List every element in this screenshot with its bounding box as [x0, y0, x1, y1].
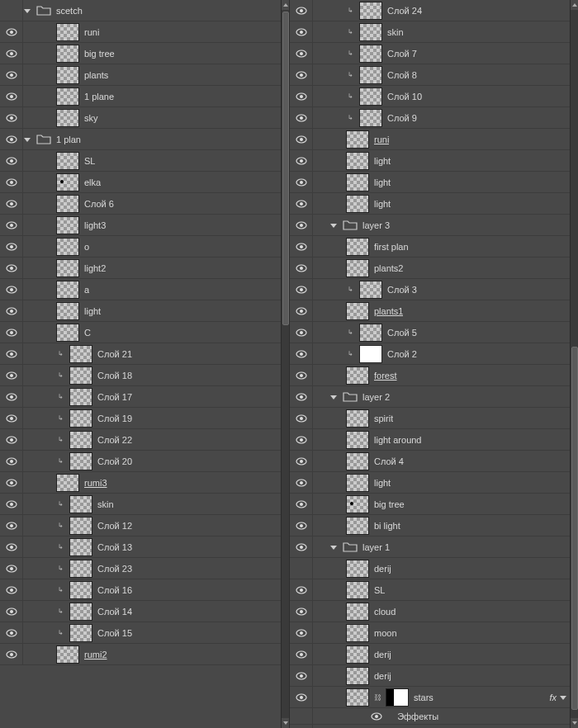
layer-row[interactable]: ↳Слой 24 — [290, 0, 570, 21]
layer-name[interactable]: forest — [374, 371, 397, 381]
layer-thumbnail[interactable] — [56, 66, 79, 84]
layer-content[interactable]: SL — [313, 579, 570, 600]
layer-row[interactable]: ↳Слой 2 — [290, 343, 570, 365]
layer-name[interactable]: Слой 18 — [97, 371, 132, 381]
layer-thumbnail[interactable] — [359, 87, 382, 106]
layer-row[interactable]: derij — [290, 665, 570, 687]
layer-thumbnail[interactable] — [346, 130, 369, 149]
layers-list-left[interactable]: scetchrunibig treeplants1 planesky1 plan… — [0, 0, 289, 728]
scrollbar-left[interactable] — [281, 0, 289, 728]
layer-row[interactable]: a — [0, 279, 281, 300]
layer-content[interactable]: big tree — [313, 494, 570, 514]
layer-name[interactable]: light2 — [84, 263, 106, 273]
layer-row[interactable]: light — [290, 172, 570, 193]
layer-thumbnail[interactable] — [56, 87, 79, 106]
layer-content[interactable]: plants2 — [313, 258, 570, 278]
layer-row[interactable]: SL — [290, 579, 570, 601]
layer-name[interactable]: Слой 7 — [387, 49, 417, 59]
expand-arrow-icon[interactable] — [329, 543, 338, 551]
layer-content[interactable]: light around — [313, 429, 570, 450]
layer-thumbnail[interactable] — [69, 624, 92, 642]
visibility-toggle[interactable] — [0, 365, 23, 386]
layer-content[interactable]: light — [313, 150, 570, 171]
expand-arrow-icon[interactable] — [23, 7, 31, 15]
layer-name[interactable]: layer 2 — [362, 392, 390, 402]
layer-name[interactable]: light — [374, 478, 391, 488]
layer-content[interactable]: elka — [23, 172, 281, 192]
layer-row[interactable]: ↳Слой 22 — [0, 429, 281, 451]
layer-name[interactable]: derij — [374, 671, 391, 681]
layer-thumbnail[interactable] — [69, 431, 92, 449]
layer-thumbnail[interactable] — [56, 259, 79, 277]
visibility-toggle[interactable] — [290, 172, 313, 193]
layer-row[interactable]: ↳Слой 19 — [0, 408, 281, 429]
layers-list-right[interactable]: ↳Слой 24↳skin↳Слой 7↳Слой 8↳Слой 10↳Слой… — [290, 0, 578, 728]
layer-name[interactable]: Слой 24 — [387, 6, 422, 16]
scrollbar-right[interactable] — [570, 0, 578, 728]
layer-thumbnail[interactable] — [346, 581, 369, 599]
layer-content[interactable]: ↳Слой 10 — [313, 86, 570, 106]
layer-name[interactable]: 1 plane — [84, 92, 114, 102]
visibility-toggle[interactable] — [290, 215, 313, 236]
layer-row[interactable]: big tree — [290, 494, 570, 515]
visibility-toggle[interactable] — [290, 622, 313, 644]
layer-name[interactable]: C — [84, 328, 91, 338]
layer-row[interactable]: ↳Слой 23 — [0, 558, 281, 579]
layer-content[interactable]: ↳Слой 19 — [23, 408, 281, 428]
visibility-toggle[interactable] — [0, 343, 23, 365]
visibility-toggle[interactable] — [290, 129, 313, 150]
layer-content[interactable]: ↳skin — [313, 21, 570, 42]
layer-row[interactable]: plants1 — [290, 300, 570, 322]
layer-content[interactable]: 1 plane — [23, 86, 281, 106]
layer-row[interactable]: ↳Слой 10 — [290, 86, 570, 107]
layer-name[interactable]: big tree — [374, 499, 405, 509]
folder-row[interactable]: layer 3 — [290, 215, 570, 236]
layer-content[interactable]: moon — [313, 622, 570, 643]
layer-row[interactable]: elka — [0, 172, 281, 193]
layer-content[interactable]: bi light — [313, 515, 570, 536]
layer-row[interactable]: ↳Слой 15 — [0, 622, 281, 644]
visibility-toggle[interactable] — [0, 537, 23, 558]
layer-content[interactable]: ↳Слой 20 — [23, 451, 281, 471]
layer-content[interactable]: ↳Слой 21 — [23, 343, 281, 364]
layer-thumbnail[interactable] — [56, 173, 79, 191]
visibility-toggle[interactable] — [290, 43, 313, 64]
layer-thumbnail[interactable] — [346, 560, 369, 578]
layer-name[interactable]: a — [84, 285, 89, 295]
visibility-toggle[interactable] — [290, 644, 313, 665]
layer-content[interactable]: ↳Слой 23 — [23, 558, 281, 579]
layer-thumbnail[interactable] — [56, 152, 79, 170]
layer-name[interactable]: 1 plan — [56, 135, 81, 144]
layer-row[interactable]: first plan — [290, 236, 570, 258]
layer-name[interactable]: Слой 20 — [97, 456, 132, 466]
layer-thumbnail[interactable] — [359, 345, 382, 363]
layer-row[interactable]: light — [0, 300, 281, 322]
visibility-toggle[interactable] — [290, 193, 313, 215]
layer-row[interactable]: sky — [0, 107, 281, 129]
layer-name[interactable]: skin — [387, 27, 404, 37]
visibility-toggle[interactable] — [0, 451, 23, 472]
layer-content[interactable]: ↳Слой 18 — [23, 365, 281, 385]
layer-name[interactable]: derij — [374, 650, 391, 659]
layer-content[interactable]: ↳Слой 7 — [313, 43, 570, 64]
link-mask-icon[interactable]: ⛓ — [374, 693, 381, 702]
visibility-toggle[interactable] — [0, 107, 23, 129]
layer-content[interactable]: ↳Слой 5 — [313, 322, 570, 343]
layer-thumbnail[interactable] — [359, 45, 382, 63]
effect-row[interactable]: Внешнее свечение — [290, 725, 570, 728]
layer-thumbnail[interactable] — [69, 388, 92, 406]
layer-thumbnail[interactable] — [56, 238, 79, 256]
layer-thumbnail[interactable] — [346, 302, 369, 320]
layer-content[interactable]: a — [23, 279, 281, 300]
layer-row[interactable]: Слой 4 — [290, 451, 570, 472]
layer-thumbnail[interactable] — [359, 324, 382, 342]
layer-thumbnail[interactable] — [69, 345, 92, 363]
layer-content[interactable]: plants1 — [313, 300, 570, 321]
layer-thumbnail[interactable] — [69, 495, 92, 513]
layer-content[interactable]: ↳Слой 8 — [313, 64, 570, 85]
layer-row[interactable]: rumi2 — [0, 644, 281, 665]
scroll-thumb-right[interactable] — [571, 347, 578, 710]
layer-content[interactable]: light3 — [23, 215, 281, 235]
layer-row[interactable]: light3 — [0, 215, 281, 236]
layer-name[interactable]: spirit — [374, 414, 393, 423]
